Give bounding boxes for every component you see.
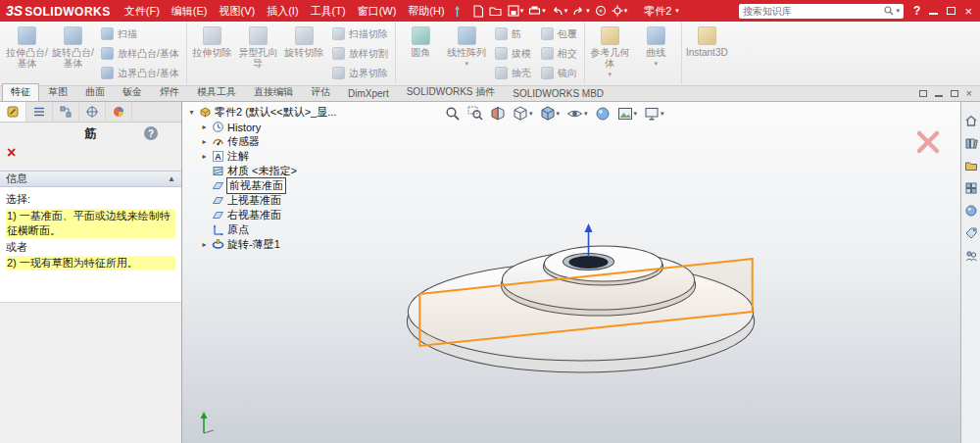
search-input[interactable] [743, 6, 880, 17]
tab-addins[interactable]: SOLIDWORKS 插件 [398, 83, 505, 101]
open-icon[interactable] [488, 5, 504, 17]
zoom-area-icon[interactable] [467, 106, 483, 122]
feature-manager-tab[interactable] [26, 102, 53, 122]
new-document-icon[interactable] [471, 5, 485, 18]
search-icon[interactable] [884, 6, 894, 16]
tree-item-front-plane[interactable]: 前视基准面 [187, 178, 336, 193]
boundary-cut-button[interactable]: 边界切除 [327, 64, 393, 83]
hole-wizard-button[interactable]: 异型孔向导 [235, 23, 281, 84]
caret-collapsed-icon[interactable]: ▸ [200, 240, 209, 249]
revolved-cut-button[interactable]: 旋转切除 [281, 23, 327, 84]
menu-window[interactable]: 窗口(W) [352, 1, 403, 22]
maximize-icon[interactable] [947, 7, 956, 15]
tab-sketch[interactable]: 草图 [39, 83, 76, 101]
rebuild-icon[interactable] [594, 5, 608, 17]
tab-weldments[interactable]: 焊件 [151, 83, 188, 101]
display-manager-tab[interactable] [106, 102, 132, 122]
appearances-icon[interactable] [964, 204, 978, 218]
menu-help[interactable]: 帮助(H) [402, 1, 450, 22]
draft-button[interactable]: 拔模 [490, 44, 536, 64]
tab-mold-tools[interactable]: 模具工具 [188, 83, 245, 101]
extruded-cut-button[interactable]: 拉伸切除 [189, 23, 235, 84]
menu-tools[interactable]: 工具(T) [305, 1, 352, 22]
view-orientation-icon[interactable]: ▾ [513, 106, 533, 122]
wrap-button[interactable]: 包覆 [536, 25, 582, 44]
menu-insert[interactable]: 插入(I) [261, 1, 304, 22]
tab-direct-editing[interactable]: 直接编辑 [245, 83, 302, 101]
extruded-boss-button[interactable]: 拉伸凸台/基体 [4, 23, 50, 84]
hide-show-items-icon[interactable]: ▾ [566, 106, 588, 122]
graphics-viewport[interactable]: ▾ 零件2 (默认<<默认>_显... ▸ History ▸ 传感器 ▸ A [182, 102, 960, 443]
tab-sheet-metal[interactable]: 钣金 [114, 83, 151, 101]
display-style-icon[interactable]: ▾ [540, 106, 561, 122]
curves-button[interactable]: 曲线 ▾ [633, 23, 679, 84]
view-settings-icon[interactable]: ▾ [644, 106, 664, 122]
tree-item-top-plane[interactable]: 上视基准面 [187, 193, 336, 208]
redo-icon[interactable]: ▾ [571, 6, 591, 17]
cancel-command-button[interactable]: × [7, 145, 16, 161]
minimize-icon[interactable] [929, 8, 938, 15]
options-icon[interactable]: ▾ [611, 5, 629, 17]
section-view-icon[interactable] [490, 106, 506, 122]
swept-cut-button[interactable]: 扫描切除 [327, 25, 393, 44]
tree-item-right-plane[interactable]: 右视基准面 [187, 208, 336, 222]
print-icon[interactable]: ▾ [527, 5, 547, 17]
pin-icon[interactable] [451, 5, 464, 18]
apply-scene-icon[interactable]: ▾ [617, 106, 638, 122]
tab-mbd[interactable]: SOLIDWORKS MBD [504, 86, 612, 101]
cancel-selection-icon[interactable] [915, 129, 941, 159]
reference-geometry-button[interactable]: 参考几何体 ▾ [587, 23, 633, 84]
swept-boss-button[interactable]: 扫描 [96, 25, 184, 44]
tab-features[interactable]: 特征 [2, 83, 39, 101]
help-button[interactable]: ? [913, 4, 920, 18]
mirror-button[interactable]: 镜向 [536, 64, 582, 83]
tab-evaluate[interactable]: 评估 [302, 83, 339, 101]
rib-button[interactable]: 筋 [490, 25, 536, 44]
tree-item-revolve-thin[interactable]: ▸ 旋转-薄壁1 [187, 237, 336, 252]
tab-dimxpert[interactable]: DimXpert [339, 86, 398, 101]
doc-minimize-icon[interactable] [935, 91, 943, 97]
lofted-cut-button[interactable]: 放样切割 [327, 44, 393, 64]
shell-button[interactable]: 抽壳 [490, 64, 536, 83]
document-switcher[interactable]: 零件2 ▾ [644, 4, 679, 19]
tree-item-sensors[interactable]: ▸ 传感器 [187, 134, 336, 149]
doc-restore-icon[interactable] [919, 90, 927, 97]
caret-expanded-icon[interactable]: ▾ [187, 108, 196, 117]
tab-surfaces[interactable]: 曲面 [76, 83, 114, 101]
boundary-boss-button[interactable]: 边界凸台/基体 [96, 64, 184, 83]
configuration-manager-tab[interactable] [53, 102, 79, 122]
instant3d-button[interactable]: Instant3D [684, 23, 730, 84]
help-badge-icon[interactable]: ? [144, 126, 158, 140]
custom-properties-icon[interactable] [964, 226, 978, 240]
caret-collapsed-icon[interactable]: ▸ [200, 137, 209, 146]
revolved-boss-button[interactable]: 旋转凸台/基体 [50, 23, 96, 84]
doc-close-icon[interactable]: × [966, 88, 972, 99]
forum-icon[interactable] [964, 249, 978, 263]
dimxpert-manager-tab[interactable] [79, 102, 106, 122]
lofted-boss-button[interactable]: 放样凸台/基体 [96, 44, 184, 64]
close-icon[interactable]: × [964, 5, 972, 18]
menu-file[interactable]: 文件(F) [119, 1, 166, 22]
undo-icon[interactable]: ▾ [550, 6, 569, 17]
tree-item-origin[interactable]: 原点 [187, 222, 336, 237]
caret-down-icon[interactable]: ▾ [897, 7, 901, 15]
menu-view[interactable]: 视图(V) [214, 1, 262, 22]
caret-collapsed-icon[interactable]: ▸ [200, 123, 209, 131]
doc-maximize-icon[interactable] [951, 90, 958, 97]
tree-item-annotations[interactable]: ▸ A 注解 [187, 149, 336, 164]
design-library-icon[interactable] [964, 136, 978, 150]
intersect-button[interactable]: 相交 [536, 44, 582, 64]
zoom-fit-icon[interactable] [445, 106, 461, 122]
info-group-header[interactable]: 信息 ▲ [0, 171, 181, 187]
edit-appearance-icon[interactable] [595, 106, 611, 122]
linear-pattern-button[interactable]: 线性阵列 ▾ [444, 23, 490, 84]
tree-item-material[interactable]: 材质 <未指定> [187, 164, 336, 178]
caret-collapsed-icon[interactable]: ▸ [200, 152, 209, 161]
tree-item-part[interactable]: ▾ 零件2 (默认<<默认>_显... [187, 105, 336, 120]
save-icon[interactable]: ▾ [507, 5, 525, 17]
view-palette-icon[interactable] [964, 181, 978, 195]
fillet-button[interactable]: 圆角 [398, 23, 444, 84]
home-icon[interactable] [964, 114, 978, 127]
property-manager-tab[interactable] [0, 102, 26, 122]
menu-edit[interactable]: 编辑(E) [166, 1, 214, 22]
